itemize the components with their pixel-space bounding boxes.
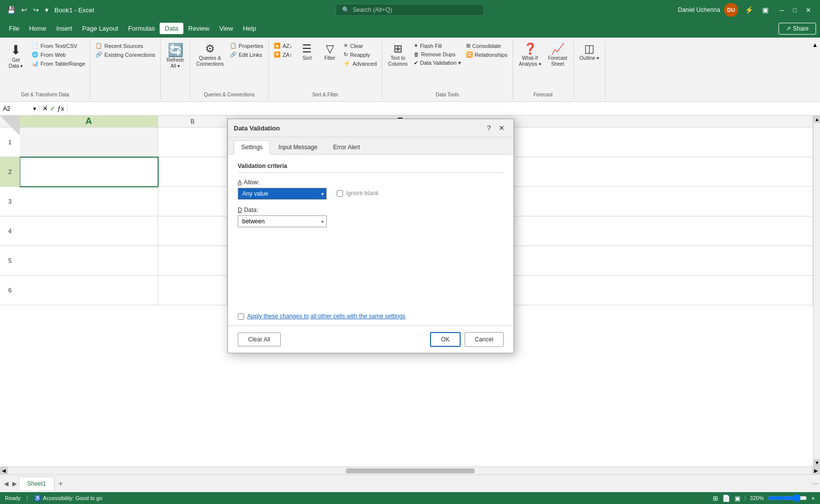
menu-item-view[interactable]: View	[214, 23, 238, 34]
menu-item-formulas[interactable]: Formulas	[123, 23, 160, 34]
row-header-4[interactable]: 4	[0, 216, 20, 246]
minimize-button[interactable]: ─	[776, 5, 788, 15]
filter-button[interactable]: ▽ Filter	[319, 42, 341, 63]
cell-b6[interactable]	[158, 276, 227, 305]
cell-b4[interactable]	[158, 216, 227, 246]
cell-a4[interactable]	[20, 216, 158, 246]
row-header-3[interactable]: 3	[0, 187, 20, 216]
sort-za-button[interactable]: 🔽ZA↑	[272, 50, 295, 59]
cell-a3[interactable]	[20, 187, 158, 216]
maximize-button[interactable]: □	[789, 5, 801, 15]
scroll-sheet-tabs-right[interactable]: ▶	[10, 480, 19, 487]
cell-b3[interactable]	[158, 187, 227, 216]
relationships-button[interactable]: 🔀Relationships	[464, 50, 510, 59]
redo-button[interactable]: ↪	[31, 5, 41, 15]
scroll-right-button[interactable]: ▶	[812, 467, 820, 474]
confirm-formula-button[interactable]: ✓	[50, 105, 55, 112]
scrollbar-thumb-h[interactable]	[346, 468, 475, 473]
from-text-csv-button[interactable]: 📄 From Text/CSV	[30, 42, 87, 50]
data-validation-button[interactable]: ✔Data Validation ▾	[412, 59, 463, 67]
search-bar[interactable]: 🔍	[336, 4, 484, 16]
refresh-all-button[interactable]: 🔄 RefreshAll ▾	[164, 42, 187, 71]
data-select[interactable]: between not between equal to not equal t…	[238, 215, 327, 227]
menu-item-insert[interactable]: Insert	[51, 23, 78, 34]
row-header-2[interactable]: 2	[0, 157, 20, 187]
from-web-button[interactable]: 🌐 From Web	[30, 50, 87, 59]
what-if-button[interactable]: ❓ What-IfAnalysis ▾	[516, 42, 544, 69]
zoom-in-button[interactable]: +	[811, 495, 815, 502]
dialog-close-button[interactable]: ✕	[496, 123, 508, 133]
dialog-tab-input-message[interactable]: Input Message	[271, 140, 325, 154]
row-header-6[interactable]: 6	[0, 276, 20, 305]
cell-b1[interactable]	[158, 127, 227, 157]
dialog-tab-settings[interactable]: Settings	[234, 140, 270, 155]
menu-item-file[interactable]: File	[4, 23, 24, 34]
menu-item-page-layout[interactable]: Page Layout	[77, 23, 123, 34]
page-layout-view-button[interactable]: 📄	[722, 495, 731, 502]
ribbon-display-button[interactable]: ▣	[760, 5, 771, 15]
menu-item-review[interactable]: Review	[183, 23, 215, 34]
add-sheet-button[interactable]: +	[55, 478, 66, 489]
edit-links-button[interactable]: 🔗 Edit Links	[228, 50, 265, 59]
flash-fill-button[interactable]: ✦Flash Fill	[412, 42, 463, 50]
undo-button[interactable]: ↩	[19, 5, 29, 15]
insert-function-button[interactable]: ƒx	[57, 105, 64, 112]
menu-item-help[interactable]: Help	[238, 23, 261, 34]
menu-item-home[interactable]: Home	[24, 23, 51, 34]
zoom-slider[interactable]	[768, 494, 807, 502]
existing-connections-button[interactable]: 🔗 Existing Connections	[93, 50, 157, 59]
reapply-button[interactable]: ↻Reapply	[342, 50, 379, 59]
allow-select[interactable]: Any value Whole number Decimal List Date…	[238, 188, 327, 200]
clear-all-button[interactable]: Clear All	[238, 333, 281, 346]
cell-b5[interactable]	[158, 246, 227, 276]
outline-button[interactable]: ◫ Outline ▾	[577, 42, 602, 63]
customize-qa-button[interactable]: ▾	[43, 5, 50, 15]
sheet-options-button[interactable]: ⋯	[812, 480, 818, 487]
cell-b2[interactable]	[158, 157, 227, 187]
formula-input[interactable]	[68, 105, 820, 112]
save-button[interactable]: 💾	[5, 5, 17, 15]
sort-button[interactable]: ☰ Sort	[296, 42, 318, 63]
collapse-ribbon-button[interactable]: ▲	[812, 42, 818, 48]
ok-button[interactable]: OK	[430, 332, 460, 347]
vertical-scrollbar[interactable]: ▲ ▼	[813, 116, 820, 466]
sheet-tab-1[interactable]: Sheet1	[19, 477, 54, 490]
dialog-help-button[interactable]: ?	[484, 123, 494, 133]
close-button[interactable]: ✕	[802, 5, 815, 15]
cell-a1[interactable]	[20, 127, 158, 157]
recent-sources-button[interactable]: 📋 Recent Sources	[93, 42, 157, 50]
normal-view-button[interactable]: ⊞	[713, 495, 718, 502]
from-table-range-button[interactable]: 📊 From Table/Range	[30, 59, 87, 68]
cell-reference-box[interactable]: A2 ▾	[0, 105, 40, 112]
col-header-a[interactable]: A	[20, 116, 158, 127]
lightning-button[interactable]: ⚡	[743, 5, 755, 15]
cell-a5[interactable]	[20, 246, 158, 276]
consolidate-button[interactable]: ⊞Consolidate	[464, 42, 510, 50]
text-to-columns-button[interactable]: ⊞ Text toColumns	[385, 42, 410, 69]
cancel-button[interactable]: Cancel	[465, 332, 504, 347]
sort-az-button[interactable]: 🔼AZ↓	[272, 42, 295, 50]
menu-item-data[interactable]: Data	[160, 23, 183, 34]
clear-button[interactable]: ✕Clear	[342, 42, 379, 50]
queries-connections-button[interactable]: ⚙ Queries &Connections	[193, 42, 227, 69]
remove-duplicates-button[interactable]: 🗑Remove Dups	[412, 50, 463, 58]
scroll-left-button[interactable]: ◀	[0, 467, 8, 474]
ignore-blank-checkbox[interactable]	[337, 190, 343, 197]
allow-select-wrapper[interactable]: Any value Whole number Decimal List Date…	[238, 188, 327, 200]
cell-ref-dropdown[interactable]: ▾	[33, 105, 36, 112]
scroll-sheet-tabs-left[interactable]: ◀	[2, 480, 10, 487]
col-header-b[interactable]: B	[158, 116, 227, 127]
share-button[interactable]: ↗ Share	[778, 23, 816, 35]
scroll-up-button[interactable]: ▲	[814, 116, 820, 123]
cell-a6[interactable]	[20, 276, 158, 305]
cancel-formula-button[interactable]: ✕	[43, 105, 48, 112]
apply-all-checkbox[interactable]	[238, 313, 244, 320]
data-select-wrapper[interactable]: between not between equal to not equal t…	[238, 215, 327, 227]
row-header-5[interactable]: 5	[0, 246, 20, 276]
dialog-tab-error-alert[interactable]: Error Alert	[326, 140, 367, 154]
advanced-button[interactable]: ⚡Advanced	[342, 59, 379, 68]
scroll-down-button[interactable]: ▼	[814, 459, 820, 466]
search-input[interactable]	[352, 6, 461, 13]
get-data-button[interactable]: ⬇ GetData ▾	[3, 42, 29, 71]
forecast-sheet-button[interactable]: 📈 ForecastSheet	[545, 42, 570, 69]
